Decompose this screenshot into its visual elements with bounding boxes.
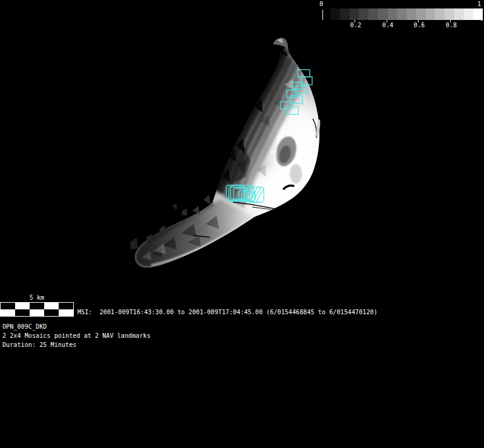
opnav-duration: Duration: 25 Minutes: [2, 341, 76, 349]
asteroid-render: [0, 0, 484, 448]
opnav-id: OPN_009C_DKD: [2, 323, 47, 331]
colorbar-zero-line: [322, 10, 323, 20]
colorbar-right-tick: [482, 16, 482, 21]
opnav-description: 2 2x4 Mosaics pointed at 2 NAV landmarks: [2, 332, 151, 340]
colorbar-max-label: 1: [477, 1, 481, 8]
colorbar-gradient: [330, 8, 483, 20]
scalebar-label: 5 km: [0, 294, 74, 301]
scalebar-checker: [0, 302, 74, 317]
msi-time-range: MSI: 2001-009T16:43:30.00 to 2001-009T17…: [77, 309, 378, 316]
opnav-planning-screen: { "window": { "background": "#000000", "…: [0, 0, 484, 448]
colorbar-min-label: 0: [319, 1, 323, 8]
